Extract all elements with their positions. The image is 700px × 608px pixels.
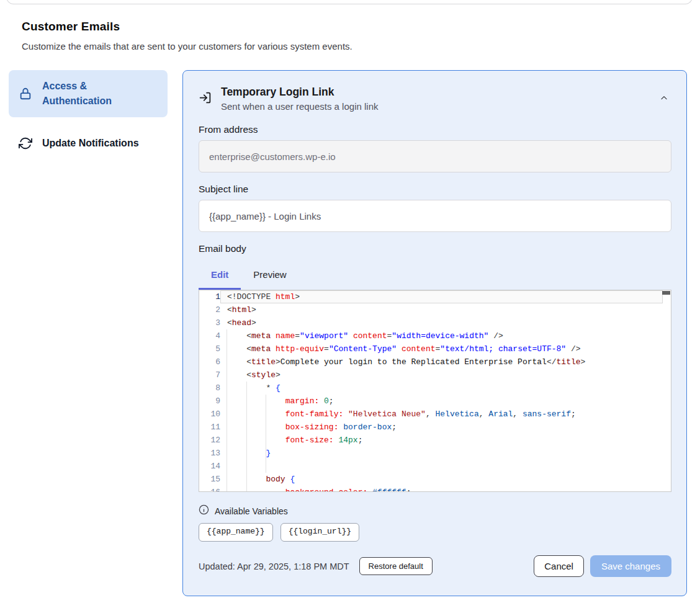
panel-subtitle: Sent when a user requests a login link bbox=[221, 101, 647, 112]
line-number: 8 bbox=[199, 382, 220, 395]
indent-guide bbox=[227, 329, 227, 491]
line-number: 1 bbox=[199, 290, 220, 303]
tab-preview[interactable]: Preview bbox=[241, 262, 298, 290]
line-number: 6 bbox=[199, 355, 220, 369]
sidebar-item-access-authentication[interactable]: Access & Authentication bbox=[9, 70, 168, 117]
line-number: 14 bbox=[199, 460, 220, 473]
line-number: 16 bbox=[199, 486, 220, 492]
code-line: 2<html> bbox=[199, 303, 671, 316]
from-address-input[interactable] bbox=[199, 140, 671, 172]
code-line: 9 margin: 0; bbox=[199, 395, 671, 408]
variable-chip[interactable]: {{login_url}} bbox=[280, 523, 359, 542]
sidebar-item-label: Access & Authentication bbox=[42, 79, 158, 109]
line-number: 5 bbox=[199, 342, 220, 355]
editor-tabs: EditPreview bbox=[199, 262, 671, 290]
line-number: 4 bbox=[199, 329, 220, 342]
code-line: 14 bbox=[199, 460, 671, 473]
cancel-button[interactable]: Cancel bbox=[534, 555, 584, 577]
code-line: 5 <meta http-equiv="Content-Type" conten… bbox=[199, 342, 671, 355]
code-line: 10 font-family: "Helvetica Neue", Helvet… bbox=[199, 408, 671, 421]
info-icon bbox=[199, 504, 209, 517]
line-number: 7 bbox=[199, 369, 220, 382]
code-line: 11 box-sizing: border-box; bbox=[199, 421, 671, 434]
line-number: 9 bbox=[199, 395, 220, 408]
code-line: 1<!DOCTYPE html> bbox=[199, 290, 671, 303]
save-changes-button[interactable]: Save changes bbox=[590, 555, 671, 577]
code-line: 7 <style> bbox=[199, 369, 671, 382]
panel-footer: Updated: Apr 29, 2025, 1:18 PM MDT Resto… bbox=[199, 555, 671, 577]
panel-title: Temporary Login Link bbox=[221, 86, 647, 99]
chevron-up-icon bbox=[659, 96, 669, 105]
sidebar-item-update-notifications[interactable]: Update Notifications bbox=[9, 127, 168, 159]
editor-scrollbar-thumb[interactable] bbox=[662, 291, 670, 295]
line-number: 11 bbox=[199, 421, 220, 434]
email-body-label: Email body bbox=[199, 243, 671, 254]
previous-card-bottom-edge bbox=[6, 0, 693, 4]
page-subtitle: Customize the emails that are sent to yo… bbox=[22, 41, 678, 51]
variable-chip[interactable]: {{app_name}} bbox=[199, 523, 273, 542]
code-line: 16 background-color: #ffffff; bbox=[199, 486, 671, 492]
subject-line-input[interactable] bbox=[199, 200, 671, 232]
available-variables-label: Available Variables bbox=[215, 506, 288, 516]
variable-chips: {{app_name}}{{login_url}} bbox=[199, 523, 671, 542]
subject-line-label: Subject line bbox=[199, 184, 671, 195]
code-line: 12 font-size: 14px; bbox=[199, 434, 671, 447]
lock-icon bbox=[19, 87, 32, 101]
code-lines: 1<!DOCTYPE html>2<html>3<head>4 <meta na… bbox=[199, 290, 671, 492]
code-line: 8 * { bbox=[199, 382, 671, 395]
line-number: 15 bbox=[199, 473, 220, 486]
log-in-icon bbox=[199, 91, 212, 112]
tab-edit[interactable]: Edit bbox=[199, 262, 241, 290]
line-number: 13 bbox=[199, 447, 220, 460]
collapse-button[interactable] bbox=[657, 91, 671, 107]
line-number: 2 bbox=[199, 303, 220, 316]
email-settings-panel: Temporary Login Link Sent when a user re… bbox=[182, 70, 687, 596]
restore-default-button[interactable]: Restore default bbox=[359, 557, 433, 575]
code-line: 6 <title>Complete your login to the Repl… bbox=[199, 355, 671, 369]
code-line: 3<head> bbox=[199, 316, 671, 329]
page-header: Customer Emails Customize the emails tha… bbox=[22, 20, 678, 51]
indent-guide bbox=[246, 382, 247, 491]
sidebar: Access & AuthenticationUpdate Notificati… bbox=[9, 70, 168, 159]
line-number: 10 bbox=[199, 408, 220, 421]
panel-header: Temporary Login Link Sent when a user re… bbox=[199, 86, 671, 112]
code-line: 13 } bbox=[199, 447, 671, 460]
sidebar-item-label: Update Notifications bbox=[42, 136, 139, 151]
line-number: 3 bbox=[199, 316, 220, 329]
page-title: Customer Emails bbox=[22, 20, 678, 34]
updated-timestamp: Updated: Apr 29, 2025, 1:18 PM MDT bbox=[199, 561, 349, 571]
sync-icon bbox=[19, 136, 32, 150]
indent-guide bbox=[266, 395, 266, 473]
code-line: 4 <meta name="viewport" content="width=d… bbox=[199, 329, 671, 342]
from-address-label: From address bbox=[199, 124, 671, 135]
code-line: 15 body { bbox=[199, 473, 671, 486]
line-number: 12 bbox=[199, 434, 220, 447]
code-editor[interactable]: 1<!DOCTYPE html>2<html>3<head>4 <meta na… bbox=[199, 290, 671, 492]
